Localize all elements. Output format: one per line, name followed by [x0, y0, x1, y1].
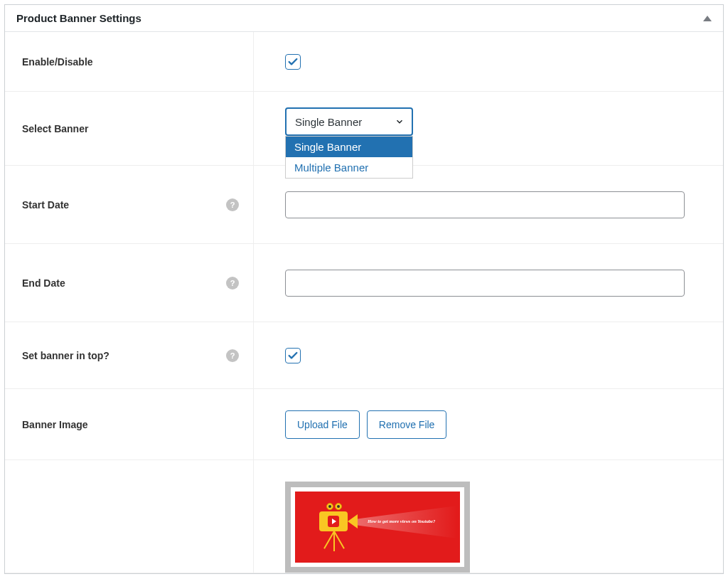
banner-image-label: Banner Image [22, 419, 88, 430]
label-cell: Banner Image [5, 389, 254, 460]
settings-panel: Product Banner Settings Enable/Disable S… [4, 4, 724, 574]
select-value: Single Banner [295, 116, 362, 128]
label-cell: Select Banner [5, 92, 254, 165]
help-icon[interactable]: ? [226, 277, 239, 290]
panel-header[interactable]: Product Banner Settings [5, 5, 723, 32]
label-cell: End Date ? [5, 244, 254, 322]
label-cell: Start Date ? [5, 166, 254, 243]
control-cell: Upload File Remove File [254, 389, 723, 460]
label-cell: Set banner in top? ? [5, 322, 254, 388]
enable-checkbox[interactable] [285, 54, 301, 70]
control-cell [254, 244, 723, 322]
start-date-label: Start Date [22, 199, 69, 211]
banner-dropdown: Single Banner Multiple Banner [285, 136, 413, 179]
control-cell [254, 322, 723, 388]
remove-file-button[interactable]: Remove File [367, 410, 447, 439]
preview-frame: How to get more views on Youtube? [285, 482, 470, 573]
row-banner-top: Set banner in top? ? [5, 322, 723, 389]
camera-icon [316, 499, 359, 556]
row-banner-image: Banner Image Upload File Remove File [5, 389, 723, 460]
dropdown-option-multiple[interactable]: Multiple Banner [286, 157, 412, 178]
enable-label: Enable/Disable [22, 56, 93, 68]
end-date-input[interactable] [285, 270, 685, 297]
row-end-date: End Date ? [5, 244, 723, 322]
end-date-label: End Date [22, 277, 65, 289]
label-cell: Enable/Disable [5, 32, 254, 91]
banner-graphic: How to get more views on Youtube? [295, 492, 460, 563]
label-cell-empty [5, 460, 254, 573]
chevron-down-icon [395, 117, 405, 127]
dropdown-option-single[interactable]: Single Banner [286, 137, 412, 157]
row-enable: Enable/Disable [5, 32, 723, 92]
preview-cell: How to get more views on Youtube? [254, 460, 723, 573]
help-icon[interactable]: ? [226, 349, 239, 362]
select-wrapper: Single Banner Single Banner Multiple Ban… [285, 107, 413, 136]
panel-title: Product Banner Settings [16, 12, 141, 24]
banner-preview-image: How to get more views on Youtube? [295, 492, 460, 563]
start-date-input[interactable] [285, 191, 685, 218]
banner-top-label: Set banner in top? [22, 350, 109, 361]
row-preview: How to get more views on Youtube? [5, 460, 723, 573]
collapse-up-icon[interactable] [703, 16, 712, 21]
upload-file-button[interactable]: Upload File [285, 410, 360, 439]
help-icon[interactable]: ? [226, 198, 239, 211]
control-cell: Single Banner Single Banner Multiple Ban… [254, 92, 723, 165]
banner-select[interactable]: Single Banner [285, 107, 413, 136]
control-cell [254, 32, 723, 91]
row-select-banner: Select Banner Single Banner Single Banne… [5, 92, 723, 166]
banner-text: How to get more views on Youtube? [368, 519, 435, 524]
select-banner-label: Select Banner [22, 123, 88, 134]
button-group: Upload File Remove File [285, 410, 446, 439]
banner-top-checkbox[interactable] [285, 348, 301, 363]
